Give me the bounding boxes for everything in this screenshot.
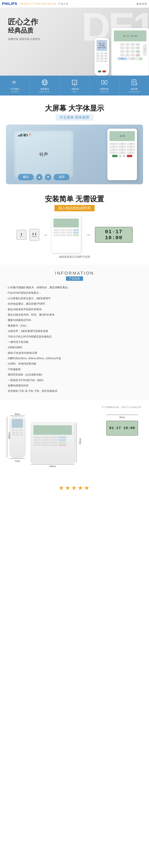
dim-label-45mm: 45mm <box>10 413 25 416</box>
feature-phonebook: 电话薄 PHONEBOOK <box>119 75 149 95</box>
install-phone <box>51 216 81 253</box>
battery-icon <box>24 134 28 136</box>
dim-lcd-time: 01·17 10:00 <box>106 421 138 436</box>
big-screen-section: 大屏幕 大字体显示 中文菜单 简单易用 ⏰ 铃声 <box>0 95 149 188</box>
features-strip: 中 中文显示 CHINESE 免提通话 HANDS-FREE 1 <box>0 75 149 95</box>
feature-chinese-en: CHINESE <box>11 91 19 93</box>
power-plug-icon <box>29 229 39 241</box>
info-list-item: 支持免提通话，通话音量4节调节 <box>6 301 143 306</box>
install-phone-screen <box>53 218 79 227</box>
feature-phonebook-cn: 电话薄 <box>131 88 138 91</box>
handset-keypad: 1 2 3 4 5 6 7 8 9 * 0 # <box>96 52 108 62</box>
svg-text:中: 中 <box>12 80 16 85</box>
info-list-item: 一键寻找子机功能 <box>6 339 143 345</box>
feature-phonebook-en: PHONEBOOK <box>128 91 140 93</box>
info-list-item: 子机与子机之间可内部通话及转接电话 <box>6 334 143 339</box>
handsfree-icon <box>41 79 49 86</box>
svg-text:1: 1 <box>74 81 75 84</box>
plug-area: → <box>16 216 81 253</box>
install-title: 安装简单 无需设置 <box>6 194 143 204</box>
hero-section: DE1 匠心之作 经典品质 免费对讲 亲情号码 大屏背光 01·17 10:00… <box>0 8 149 75</box>
dimensions-diagram: 45mm 165mm <box>7 411 142 474</box>
install-arrow2: → <box>85 231 91 238</box>
dim-155mm-text: 155mm <box>79 438 81 444</box>
info-list-item: 18首铃声，5级音量调节及闹音选择 <box>6 328 143 334</box>
info-list-item: 1组每日闹钟 <box>6 345 143 350</box>
svg-rect-7 <box>102 81 104 84</box>
install-subtitle: 插入电话线电源即用 <box>54 205 95 211</box>
save-icon: 1 <box>71 79 78 86</box>
lcd-big-display: 01·17 10:00 <box>95 227 133 243</box>
header-title-en: PRODUCT PRESENTATION <box>20 3 56 5</box>
info-list: 2.4G数字跳频扩频技术，保密性好，通话清晰距离远；FSK/DTMF双制式来电显… <box>6 285 143 394</box>
side-phone-screen: 10:00 <box>109 131 135 141</box>
screen-demo: ⏰ 铃声 确定 ▲ ▼ 返回 10:00 1 2 3 4 5 <box>6 125 143 184</box>
info-list-item: 座机/子机各有40组电话薄 <box>6 350 143 355</box>
info-header: INFORMATION 产品信息 <box>6 271 143 281</box>
back-button[interactable]: 返回 <box>53 174 70 180</box>
install-content: → <box>6 216 143 253</box>
feature-save-en: SAVE <box>72 91 77 93</box>
dim-base-screen <box>33 425 72 435</box>
screen-ringtone-text: 铃声 <box>39 151 48 157</box>
feature-intercom-cn: 内部对讲 <box>100 88 109 91</box>
star-rating: ★★★★★ <box>4 484 145 491</box>
handset-screen: 01·17 10:00 DECT7136B <box>97 40 107 51</box>
confirm-button[interactable]: 确定 <box>18 174 34 180</box>
install-arrow: → <box>42 231 48 238</box>
screen-status-bar: ⏰ <box>18 133 31 136</box>
nav-down-button[interactable]: ▼ <box>45 174 51 180</box>
dim-handset <box>10 417 25 458</box>
hero-title2: 经典品质 <box>8 26 40 35</box>
feature-intercom-en: INTERCOM <box>100 91 109 93</box>
dim-lcd-display: 01·17 10:00 <box>106 421 138 436</box>
signal-icon <box>18 133 22 136</box>
hero-handset-phone: 01·17 10:00 DECT7136B 1 2 3 4 5 6 7 8 9 … <box>95 38 109 75</box>
base-phone-screen: 01·17 10:00 <box>114 30 146 41</box>
phone-line-plug <box>16 230 27 240</box>
side-phone-keypad: 1 2 3 4 5 6 7 8 9 * 0 # ▲ ▼ <box>109 143 135 157</box>
info-list-item: 子机键盘锁 <box>6 367 143 372</box>
feature-handsfree-en: HANDS-FREE <box>39 91 50 93</box>
hero-title1: 匠心之作 <box>8 18 40 26</box>
info-list-item: 闪断时间(100ms, 300ms,600ms, 1000ms)可选 <box>6 355 143 361</box>
hero-text-area: 匠心之作 经典品质 免费对讲 亲情号码 大屏背光 <box>8 18 40 41</box>
dim-220mm: 220mm <box>31 464 75 468</box>
dimensions-caption: 手工测量略有误差，实际尺寸以实物为准。 <box>6 406 143 409</box>
feature-chinese-cn: 中文显示 <box>10 88 19 91</box>
dimensions-section: 手工测量略有误差，实际尺寸以实物为准。 45mm <box>0 400 149 480</box>
info-list-item: 新近10组去电号码、时间、通话时长查询 <box>6 312 143 317</box>
hero-phone-renders: 01·17 10:00 DECT7136B 1 2 3 4 5 6 7 8 9 … <box>95 28 149 75</box>
header-nav: 返·家·品·匠 <box>137 2 147 5</box>
rating-section: ★★★★★ <box>0 480 149 495</box>
info-list-item: 出局码、本地码设置功能 <box>6 361 143 366</box>
info-list-item: LCD屏幕白色背光显示，5级亮度调节 <box>6 296 143 301</box>
info-list-item: 预置拨号（32位） <box>6 323 143 328</box>
info-section: INFORMATION 产品信息 2.4G数字跳频扩频技术，保密性好，通话清晰距… <box>0 265 149 400</box>
phonebook-icon <box>130 79 138 86</box>
screen-phone-display: ⏰ 铃声 <box>14 130 74 178</box>
lcd-display-area: 01·17 10:00 <box>95 227 133 243</box>
info-list-item: 免费内部通话对讲 <box>6 383 143 388</box>
dim-handset-screen <box>12 419 23 428</box>
info-list-item: FSK/DTMF双制式来电显示； <box>6 290 143 296</box>
header-title-cn: 产品介绍 <box>58 2 69 5</box>
info-title-en: INFORMATION <box>6 271 143 276</box>
power-plug <box>29 229 39 241</box>
nav-up-button[interactable]: ▲ <box>36 174 42 180</box>
dim-155mm <box>76 423 76 462</box>
info-list-item: 新近40组来电号码及时间查询 <box>6 307 143 312</box>
info-list-item: 通话闭音保留（会议保留功能） <box>6 372 143 377</box>
dim-handset-keys <box>12 429 23 436</box>
info-list-item: 2.4G数字跳频扩频技术，保密性好，通话清晰距离远； <box>6 285 143 290</box>
info-list-item: 支持座机-子机 或 子机-子机，相互转接电话 <box>6 388 143 394</box>
info-title-cn: 产品信息 <box>66 276 83 281</box>
screen-nav-buttons: 确定 ▲ ▼ 返回 <box>14 174 74 180</box>
feature-handsfree: 免提通话 HANDS-FREE <box>30 75 60 95</box>
base-phone-keypad: 1 2 3 ▶ 4 5 6 OK 7 8 9 ☏ * <box>114 43 146 61</box>
install-section: 安装简单 无需设置 插入电话线电源即用 <box>0 188 149 265</box>
base-phone-speaker <box>143 44 147 56</box>
dim-72mm: 72mm <box>10 459 25 463</box>
big-screen-subtitle: 中文菜单 简单易用 <box>55 114 93 121</box>
phone-plug-icon <box>16 230 27 240</box>
